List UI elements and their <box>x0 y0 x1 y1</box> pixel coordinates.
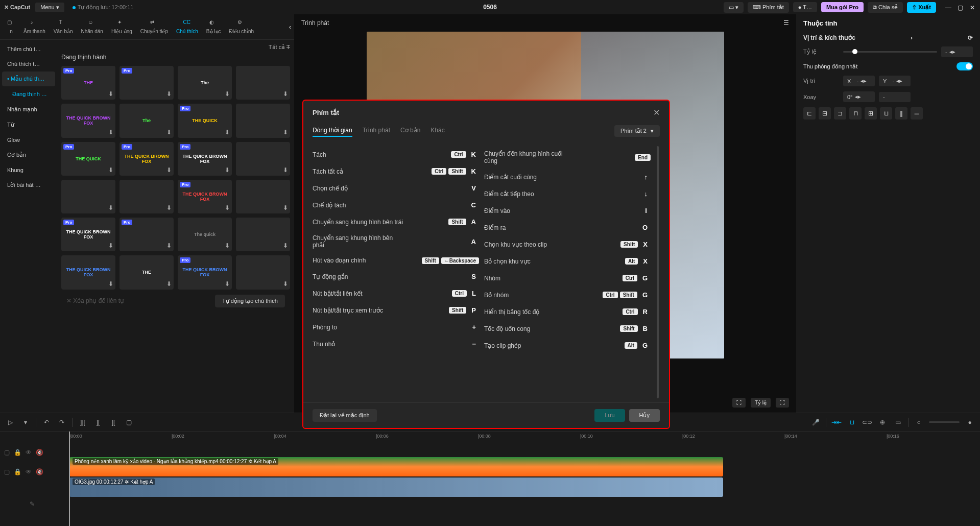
modal-close-icon[interactable]: ✕ <box>653 108 660 117</box>
download-icon[interactable]: ⬇ <box>108 166 113 174</box>
uniform-scale-toggle[interactable] <box>957 62 973 70</box>
caption-thumbnail[interactable]: ProTHE QUICK BROWN FOX⬇ <box>178 180 232 213</box>
align-center-h-icon[interactable]: ⊟ <box>819 107 831 119</box>
reset-icon[interactable]: ⟳ <box>968 34 973 41</box>
zoom-in-icon[interactable]: ● <box>965 417 975 427</box>
track-icon[interactable]: ▭ <box>893 417 903 427</box>
delete-icon[interactable]: ▢ <box>124 417 134 427</box>
media-tab-3[interactable]: ☺Nhãn dán <box>78 17 106 36</box>
pointer-tool-icon[interactable]: ▷ <box>5 417 15 427</box>
download-icon[interactable]: ⬇ <box>166 280 172 288</box>
caption-thumbnail[interactable]: ⬇ <box>119 180 174 213</box>
align-left-icon[interactable]: ⊏ <box>803 107 816 119</box>
split-icon[interactable]: ]|[ <box>78 417 88 427</box>
upgrade-pro-button[interactable]: Mua gói Pro <box>821 2 864 12</box>
collapse-track-icon[interactable]: ▢ <box>4 468 10 475</box>
mute-icon[interactable]: 🔇 <box>36 449 43 456</box>
shortcut-row[interactable]: Nút bật/tắt trục xem trướcShiftP <box>313 302 479 319</box>
download-icon[interactable]: ⬇ <box>166 129 172 136</box>
distribute-v-icon[interactable]: ═ <box>911 107 923 119</box>
shortcut-row[interactable]: Hút vào đoạn chínhShift←Backspace <box>313 253 479 268</box>
distribute-h-icon[interactable]: ‖ <box>895 107 907 119</box>
download-icon[interactable]: ⬇ <box>225 129 230 136</box>
mute-icon[interactable]: 🔇 <box>36 468 43 475</box>
category-item[interactable]: Từ <box>2 117 55 132</box>
auto-caption-button[interactable]: Tự động tạo chú thích <box>215 295 285 307</box>
mic-icon[interactable]: 🎤 <box>810 417 821 427</box>
modal-tab[interactable]: Cơ bản <box>400 125 420 137</box>
shortcut-row[interactable]: Điểm vàoI <box>484 202 651 219</box>
caption-thumbnail[interactable]: Pro⬇ <box>119 66 174 100</box>
category-item[interactable]: Nhấn mạnh <box>2 102 55 117</box>
download-icon[interactable]: ⬇ <box>283 166 288 174</box>
align-right-icon[interactable]: ⊐ <box>834 107 846 119</box>
zoom-slider[interactable] <box>929 421 960 423</box>
scale-slider[interactable] <box>843 51 937 53</box>
category-item[interactable]: Lời bài hát … <box>2 178 55 193</box>
undo-icon[interactable]: ↶ <box>41 417 52 427</box>
snap-icon[interactable]: ⇥⇤ <box>831 417 842 427</box>
shortcut-row[interactable]: Chọn khu vực theo clipShiftX <box>484 236 651 253</box>
download-icon[interactable]: ⬇ <box>225 204 230 211</box>
media-tab-8[interactable]: ⚙Điều chỉnh <box>226 17 257 36</box>
download-icon[interactable]: ⬇ <box>283 242 288 249</box>
caption-thumbnail[interactable]: Pro⬇ <box>119 218 174 251</box>
caption-thumbnail[interactable]: ⬇ <box>236 66 290 100</box>
download-icon[interactable]: ⬇ <box>166 242 172 249</box>
align-top-icon[interactable]: ⊓ <box>849 107 862 119</box>
category-item[interactable]: Khung <box>2 163 55 177</box>
caption-thumbnail[interactable]: ⬇ <box>236 218 290 251</box>
shortcut-row[interactable]: Thu nhỏ− <box>313 336 479 352</box>
chevron-right-icon[interactable]: › <box>911 34 913 41</box>
shortcut-row[interactable]: Nút bật/tắt liên kếtCtrlL <box>313 285 479 302</box>
shortcut-row[interactable]: Chế độ táchC <box>313 197 479 213</box>
download-icon[interactable]: ⬇ <box>283 129 288 136</box>
caption-thumbnail[interactable]: ProTHE⬇ <box>61 66 115 100</box>
shortcuts-button[interactable]: ⌨ Phím tắt <box>748 2 789 13</box>
category-item[interactable]: Glow <box>2 133 55 147</box>
caption-thumbnail[interactable]: THE QUICK BROWN FOX⬇ <box>61 255 115 289</box>
modal-tab[interactable]: Trình phát <box>363 125 390 137</box>
user-avatar[interactable]: ● T… <box>793 2 817 12</box>
align-bottom-icon[interactable]: ⊔ <box>880 107 892 119</box>
playhead[interactable] <box>69 432 70 526</box>
shortcut-row[interactable]: Bỏ nhómCtrlShiftG <box>484 286 651 303</box>
position-y-input[interactable]: Y - ◂▸ <box>879 76 911 86</box>
media-tab-4[interactable]: ✦Hiệu ứng <box>108 17 135 36</box>
category-item[interactable]: Đang thịnh … <box>2 87 55 102</box>
caption-thumbnail[interactable]: ⬇ <box>61 180 115 213</box>
save-button[interactable]: Lưu <box>594 409 625 422</box>
menu-button[interactable]: Menu ▾ <box>35 3 64 12</box>
shortcut-row[interactable]: Hiển thị bảng tốc độCtrlR <box>484 303 651 320</box>
media-tab-1[interactable]: ♪Âm thanh <box>20 17 49 36</box>
category-item[interactable]: Cơ bản <box>2 148 55 162</box>
caption-thumbnail[interactable]: ⬇ <box>236 255 290 289</box>
caption-thumbnail[interactable]: ProTHE QUICK BROWN FOX⬇ <box>178 142 232 176</box>
export-button[interactable]: ⇧ Xuất <box>907 2 936 13</box>
media-tab-0[interactable]: ▢n <box>4 17 18 36</box>
edit-track-icon[interactable]: ✎ <box>30 500 35 508</box>
close-icon[interactable]: ✕ <box>970 4 976 10</box>
align-center-v-icon[interactable]: ⊞ <box>865 107 877 119</box>
media-tab-5[interactable]: ⇄Chuyển tiếp <box>137 17 171 36</box>
modal-tab[interactable]: Khác <box>431 125 444 137</box>
ratio-button[interactable]: Tỷ lệ <box>751 398 771 408</box>
clip-video-1[interactable]: Phông nền xanh làm kỹ xảo video - Ngọn l… <box>69 457 723 476</box>
timeline-ruler[interactable]: |00:00|00:02|00:04|00:06|00:08|00:10|00:… <box>64 432 980 443</box>
caption-thumbnail[interactable]: ⬇ <box>236 104 290 137</box>
shortcut-row[interactable]: Chuyển sang khung hình bên tráiShiftA <box>313 213 479 230</box>
collapse-icon[interactable]: ‹ <box>289 23 291 31</box>
modal-tab[interactable]: Dòng thời gian <box>313 125 352 137</box>
shortcut-row[interactable]: Điểm raO <box>484 219 651 236</box>
shortcut-row[interactable]: TáchCtrlK <box>313 146 479 163</box>
download-icon[interactable]: ⬇ <box>225 280 230 288</box>
split-right-icon[interactable]: ][ <box>108 417 118 427</box>
zoom-out-icon[interactable]: ○ <box>914 417 924 427</box>
download-icon[interactable]: ⬇ <box>108 90 113 98</box>
caption-thumbnail[interactable]: ProTHE QUICK⬇ <box>61 142 115 176</box>
shortcut-row[interactable]: Chọn chế độV <box>313 180 479 197</box>
filter-button-top[interactable]: Tất cả T̶ <box>269 44 290 51</box>
scrollbar[interactable] <box>657 146 659 398</box>
shortcut-row[interactable]: Điểm cắt cuối cùng↑ <box>484 169 651 185</box>
position-x-input[interactable]: X - ◂▸ <box>843 76 875 86</box>
